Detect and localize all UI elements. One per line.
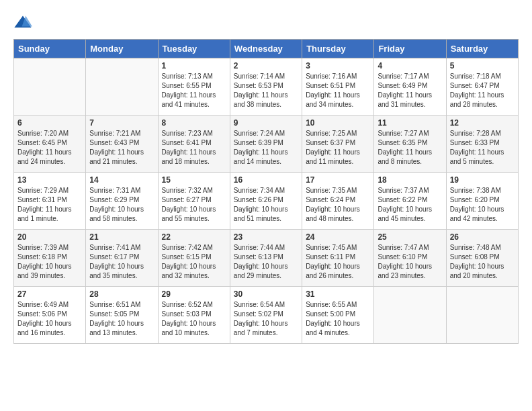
day-content: Sunrise: 7:18 AM Sunset: 6:47 PM Dayligh… (450, 72, 515, 109)
day-content: Sunrise: 7:20 AM Sunset: 6:45 PM Dayligh… (17, 129, 82, 167)
day-number: 4 (378, 61, 442, 71)
day-number: 3 (306, 61, 370, 71)
day-content: Sunrise: 7:35 AM Sunset: 6:24 PM Dayligh… (306, 186, 370, 224)
day-content: Sunrise: 7:44 AM Sunset: 6:13 PM Dayligh… (234, 243, 298, 281)
day-number: 8 (162, 118, 226, 128)
day-content: Sunrise: 7:48 AM Sunset: 6:08 PM Dayligh… (450, 243, 515, 281)
calendar-cell: 14Sunrise: 7:31 AM Sunset: 6:29 PM Dayli… (86, 173, 158, 230)
day-content: Sunrise: 7:21 AM Sunset: 6:43 PM Dayligh… (89, 129, 154, 167)
calendar-cell: 12Sunrise: 7:28 AM Sunset: 6:33 PM Dayli… (446, 116, 518, 173)
day-number: 10 (306, 118, 370, 128)
day-content: Sunrise: 7:42 AM Sunset: 6:15 PM Dayligh… (162, 243, 226, 281)
calendar-body: 1Sunrise: 7:13 AM Sunset: 6:55 PM Daylig… (14, 58, 519, 344)
calendar-cell: 26Sunrise: 7:48 AM Sunset: 6:08 PM Dayli… (446, 230, 518, 287)
day-number: 27 (17, 289, 82, 299)
calendar-cell: 5Sunrise: 7:18 AM Sunset: 6:47 PM Daylig… (446, 58, 518, 116)
day-number: 24 (306, 232, 370, 242)
calendar-header-row: SundayMondayTuesdayWednesdayThursdayFrid… (14, 40, 519, 58)
day-number: 28 (89, 289, 154, 299)
day-content: Sunrise: 7:28 AM Sunset: 6:33 PM Dayligh… (450, 129, 515, 167)
calendar-table: SundayMondayTuesdayWednesdayThursdayFrid… (13, 39, 519, 344)
calendar-cell: 31Sunrise: 6:55 AM Sunset: 5:00 PM Dayli… (302, 287, 374, 344)
day-content: Sunrise: 7:31 AM Sunset: 6:29 PM Dayligh… (89, 186, 154, 224)
calendar-cell: 22Sunrise: 7:42 AM Sunset: 6:15 PM Dayli… (158, 230, 230, 287)
day-number: 1 (162, 61, 226, 71)
day-content: Sunrise: 7:24 AM Sunset: 6:39 PM Dayligh… (234, 129, 298, 167)
calendar-cell: 30Sunrise: 6:54 AM Sunset: 5:02 PM Dayli… (230, 287, 302, 344)
day-content: Sunrise: 7:29 AM Sunset: 6:31 PM Dayligh… (17, 186, 82, 224)
day-content: Sunrise: 7:47 AM Sunset: 6:10 PM Dayligh… (378, 243, 442, 281)
calendar-cell: 13Sunrise: 7:29 AM Sunset: 6:31 PM Dayli… (14, 173, 86, 230)
calendar-cell: 29Sunrise: 6:52 AM Sunset: 5:03 PM Dayli… (158, 287, 230, 344)
calendar-cell: 7Sunrise: 7:21 AM Sunset: 6:43 PM Daylig… (86, 116, 158, 173)
day-content: Sunrise: 7:27 AM Sunset: 6:35 PM Dayligh… (378, 129, 442, 167)
day-number: 13 (17, 175, 82, 185)
day-number: 15 (162, 175, 226, 185)
day-number: 31 (306, 289, 370, 299)
day-content: Sunrise: 7:38 AM Sunset: 6:20 PM Dayligh… (450, 186, 515, 224)
day-content: Sunrise: 6:54 AM Sunset: 5:02 PM Dayligh… (234, 300, 298, 338)
page-header (13, 13, 519, 32)
day-number: 7 (89, 118, 154, 128)
day-content: Sunrise: 7:17 AM Sunset: 6:49 PM Dayligh… (378, 72, 442, 109)
day-number: 9 (234, 118, 298, 128)
day-number: 25 (378, 232, 442, 242)
day-number: 29 (162, 289, 226, 299)
day-content: Sunrise: 7:39 AM Sunset: 6:18 PM Dayligh… (17, 243, 82, 281)
day-content: Sunrise: 6:55 AM Sunset: 5:00 PM Dayligh… (306, 300, 370, 338)
day-content: Sunrise: 7:37 AM Sunset: 6:22 PM Dayligh… (378, 186, 442, 224)
day-number: 16 (234, 175, 298, 185)
calendar-day-header: Saturday (446, 40, 518, 58)
calendar-cell: 16Sunrise: 7:34 AM Sunset: 6:26 PM Dayli… (230, 173, 302, 230)
logo-icon (13, 13, 32, 32)
day-number: 20 (17, 232, 82, 242)
calendar-cell: 9Sunrise: 7:24 AM Sunset: 6:39 PM Daylig… (230, 116, 302, 173)
day-number: 22 (162, 232, 226, 242)
day-number: 6 (17, 118, 82, 128)
day-content: Sunrise: 7:14 AM Sunset: 6:53 PM Dayligh… (234, 72, 298, 109)
day-content: Sunrise: 7:41 AM Sunset: 6:17 PM Dayligh… (89, 243, 154, 281)
calendar-cell: 3Sunrise: 7:16 AM Sunset: 6:51 PM Daylig… (302, 58, 374, 116)
calendar-cell: 2Sunrise: 7:14 AM Sunset: 6:53 PM Daylig… (230, 58, 302, 116)
day-number: 19 (450, 175, 515, 185)
calendar-cell: 1Sunrise: 7:13 AM Sunset: 6:55 PM Daylig… (158, 58, 230, 116)
calendar-cell: 20Sunrise: 7:39 AM Sunset: 6:18 PM Dayli… (14, 230, 86, 287)
calendar-cell: 19Sunrise: 7:38 AM Sunset: 6:20 PM Dayli… (446, 173, 518, 230)
logo (13, 13, 36, 32)
day-content: Sunrise: 6:49 AM Sunset: 5:06 PM Dayligh… (17, 300, 82, 338)
day-content: Sunrise: 7:16 AM Sunset: 6:51 PM Dayligh… (306, 72, 370, 109)
calendar-day-header: Tuesday (158, 40, 230, 58)
day-content: Sunrise: 7:45 AM Sunset: 6:11 PM Dayligh… (306, 243, 370, 281)
calendar-cell: 4Sunrise: 7:17 AM Sunset: 6:49 PM Daylig… (374, 58, 446, 116)
calendar-cell: 23Sunrise: 7:44 AM Sunset: 6:13 PM Dayli… (230, 230, 302, 287)
day-content: Sunrise: 7:32 AM Sunset: 6:27 PM Dayligh… (162, 186, 226, 224)
calendar-cell (446, 287, 518, 344)
day-content: Sunrise: 6:51 AM Sunset: 5:05 PM Dayligh… (89, 300, 154, 338)
calendar-week-row: 13Sunrise: 7:29 AM Sunset: 6:31 PM Dayli… (14, 173, 519, 230)
day-number: 26 (450, 232, 515, 242)
calendar-cell: 24Sunrise: 7:45 AM Sunset: 6:11 PM Dayli… (302, 230, 374, 287)
calendar-day-header: Wednesday (230, 40, 302, 58)
day-number: 12 (450, 118, 515, 128)
calendar-week-row: 1Sunrise: 7:13 AM Sunset: 6:55 PM Daylig… (14, 58, 519, 116)
calendar-day-header: Monday (86, 40, 158, 58)
calendar-cell: 18Sunrise: 7:37 AM Sunset: 6:22 PM Dayli… (374, 173, 446, 230)
calendar-cell: 15Sunrise: 7:32 AM Sunset: 6:27 PM Dayli… (158, 173, 230, 230)
calendar-cell: 25Sunrise: 7:47 AM Sunset: 6:10 PM Dayli… (374, 230, 446, 287)
day-number: 11 (378, 118, 442, 128)
day-number: 5 (450, 61, 515, 71)
calendar-cell: 27Sunrise: 6:49 AM Sunset: 5:06 PM Dayli… (14, 287, 86, 344)
day-number: 17 (306, 175, 370, 185)
calendar-cell (86, 58, 158, 116)
calendar-cell: 6Sunrise: 7:20 AM Sunset: 6:45 PM Daylig… (14, 116, 86, 173)
calendar-cell (14, 58, 86, 116)
day-content: Sunrise: 6:52 AM Sunset: 5:03 PM Dayligh… (162, 300, 226, 338)
calendar-week-row: 20Sunrise: 7:39 AM Sunset: 6:18 PM Dayli… (14, 230, 519, 287)
calendar-cell: 28Sunrise: 6:51 AM Sunset: 5:05 PM Dayli… (86, 287, 158, 344)
day-number: 14 (89, 175, 154, 185)
calendar-cell: 8Sunrise: 7:23 AM Sunset: 6:41 PM Daylig… (158, 116, 230, 173)
day-number: 18 (378, 175, 442, 185)
calendar-cell (374, 287, 446, 344)
calendar-day-header: Thursday (302, 40, 374, 58)
calendar-cell: 11Sunrise: 7:27 AM Sunset: 6:35 PM Dayli… (374, 116, 446, 173)
